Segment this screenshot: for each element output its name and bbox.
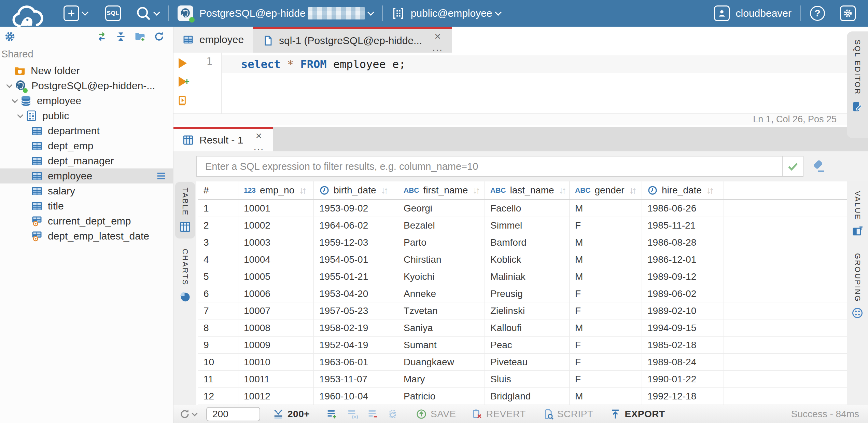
table-cell[interactable]: M bbox=[570, 388, 642, 405]
row-number-cell[interactable]: 5 bbox=[198, 268, 238, 285]
table-cell[interactable]: 1986-08-28 bbox=[642, 234, 724, 251]
table-cell[interactable]: Sumant bbox=[398, 337, 485, 353]
refresh-tree-icon[interactable] bbox=[153, 31, 165, 42]
fetch-size-input[interactable] bbox=[206, 407, 260, 421]
row-menu-icon[interactable] bbox=[155, 170, 167, 182]
table-cell[interactable]: F bbox=[570, 337, 642, 353]
table-cell[interactable]: 1958-02-19 bbox=[314, 319, 398, 336]
filter-input[interactable] bbox=[197, 156, 782, 176]
table-cell[interactable]: F bbox=[570, 354, 642, 370]
table-cell[interactable]: 1989-09-12 bbox=[642, 268, 724, 285]
apply-filter-button[interactable] bbox=[782, 156, 803, 176]
chevron-down-icon[interactable] bbox=[367, 9, 374, 16]
tree-item-public[interactable]: public bbox=[0, 108, 173, 123]
tree-item-employee[interactable]: employee bbox=[0, 168, 173, 183]
fetch-more-button[interactable]: 200+ bbox=[272, 408, 310, 420]
tree-item-dept_manager[interactable]: dept_manager bbox=[0, 153, 173, 168]
table-cell[interactable]: 1989-08-24 bbox=[642, 354, 724, 370]
tree-item-New folder[interactable]: New folder bbox=[0, 63, 173, 78]
table-cell[interactable]: Bamford bbox=[485, 234, 570, 251]
tree-item-department[interactable]: department bbox=[0, 123, 173, 138]
clear-filter-button[interactable] bbox=[811, 159, 826, 174]
tree-item-dept_emp_latest_date[interactable]: dept_emp_latest_date bbox=[0, 229, 173, 244]
table-cell[interactable]: F bbox=[570, 371, 642, 387]
table-cell[interactable]: 1990-01-22 bbox=[642, 371, 724, 387]
connection-selector[interactable]: PostgreSQL@ep-hidde bbox=[178, 5, 373, 21]
chevron-down-icon[interactable] bbox=[82, 9, 88, 16]
row-number-cell[interactable]: 2 bbox=[198, 217, 238, 234]
table-cell[interactable]: 10004 bbox=[238, 251, 314, 268]
column-header-first_name[interactable]: ABCfirst_name↓↑ bbox=[398, 181, 485, 199]
save-button[interactable]: SAVE bbox=[416, 408, 456, 420]
table-cell[interactable]: 1989-02-10 bbox=[642, 302, 724, 319]
sql-editor-button[interactable]: SQL bbox=[105, 5, 121, 21]
table-cell[interactable]: 1986-12-01 bbox=[642, 251, 724, 268]
row-number-cell[interactable]: 7 bbox=[198, 302, 238, 319]
tab-result-1[interactable]: Result - 1 × ... bbox=[173, 127, 273, 151]
table-cell[interactable]: 1989-06-02 bbox=[642, 285, 724, 302]
navigator-settings-gear-icon[interactable] bbox=[4, 31, 16, 42]
chevron-down-icon[interactable] bbox=[153, 9, 160, 16]
add-row-button[interactable] bbox=[326, 408, 338, 420]
table-cell[interactable]: 1963-06-01 bbox=[314, 354, 398, 370]
tree-item-dept_emp[interactable]: dept_emp bbox=[0, 138, 173, 153]
table-cell[interactable]: 1986-06-26 bbox=[642, 200, 724, 217]
table-cell[interactable]: 10012 bbox=[238, 388, 314, 405]
tab-charts-view[interactable]: CHARTS bbox=[175, 243, 195, 308]
tree-item-salary[interactable]: salary bbox=[0, 183, 173, 199]
table-cell[interactable]: 1953-09-02 bbox=[314, 200, 398, 217]
table-cell[interactable]: 10005 bbox=[238, 268, 314, 285]
tab-value-panel[interactable]: VALUE bbox=[848, 186, 867, 243]
table-cell[interactable]: Peac bbox=[485, 337, 570, 353]
sort-icon[interactable]: ↓↑ bbox=[473, 185, 478, 196]
tab-menu-icon[interactable]: ... bbox=[432, 45, 443, 50]
table-cell[interactable]: Georgi bbox=[398, 200, 485, 217]
table-cell[interactable]: 1957-05-23 bbox=[314, 302, 398, 319]
chevron-down-icon[interactable] bbox=[4, 84, 14, 87]
table-cell[interactable]: 1954-05-01 bbox=[314, 251, 398, 268]
table-cell[interactable]: Maliniak bbox=[485, 268, 570, 285]
row-number-cell[interactable]: 1 bbox=[198, 200, 238, 217]
execute-query-icon[interactable] bbox=[179, 58, 187, 68]
table-cell[interactable]: Bridgland bbox=[485, 388, 570, 405]
script-button[interactable]: SCRIPT bbox=[542, 408, 593, 420]
schema-selector[interactable]: public@employee bbox=[392, 7, 501, 20]
table-cell[interactable]: 10007 bbox=[238, 302, 314, 319]
tab-menu-icon[interactable]: ... bbox=[253, 144, 264, 150]
table-cell[interactable]: Saniya bbox=[398, 319, 485, 336]
table-cell[interactable]: M bbox=[570, 319, 642, 336]
table-cell[interactable]: Facello bbox=[485, 200, 570, 217]
tab-table-view[interactable]: TABLE bbox=[175, 182, 195, 238]
duplicate-row-button[interactable] bbox=[347, 408, 358, 420]
chevron-down-icon[interactable] bbox=[15, 114, 25, 117]
table-cell[interactable]: 10010 bbox=[238, 354, 314, 370]
table-cell[interactable]: Kyoichi bbox=[398, 268, 485, 285]
table-cell[interactable]: M bbox=[570, 234, 642, 251]
new-folder-icon[interactable] bbox=[134, 31, 146, 42]
table-cell[interactable]: Anneke bbox=[398, 285, 485, 302]
column-header-gender[interactable]: ABCgender↓↑ bbox=[570, 181, 642, 199]
table-cell[interactable]: Mary bbox=[398, 371, 485, 387]
revert-button[interactable]: REVERT bbox=[471, 408, 526, 420]
table-cell[interactable]: 10011 bbox=[238, 371, 314, 387]
execute-in-new-tab-icon[interactable]: + bbox=[179, 77, 187, 87]
table-cell[interactable]: 10003 bbox=[238, 234, 314, 251]
table-cell[interactable]: Parto bbox=[398, 234, 485, 251]
table-cell[interactable]: 10006 bbox=[238, 285, 314, 302]
table-cell[interactable]: 1994-09-15 bbox=[642, 319, 724, 336]
delete-row-button[interactable] bbox=[367, 408, 379, 420]
table-cell[interactable]: F bbox=[570, 285, 642, 302]
row-number-cell[interactable]: 8 bbox=[198, 319, 238, 336]
auto-refresh-button[interactable] bbox=[388, 408, 399, 420]
settings-button[interactable] bbox=[840, 5, 856, 21]
chevron-down-icon[interactable] bbox=[495, 9, 502, 16]
row-number-cell[interactable]: 4 bbox=[198, 251, 238, 268]
chevron-down-icon[interactable] bbox=[192, 411, 198, 417]
sort-icon[interactable]: ↓↑ bbox=[629, 185, 635, 196]
table-cell[interactable]: F bbox=[570, 217, 642, 234]
table-cell[interactable]: M bbox=[570, 251, 642, 268]
tab-employee[interactable]: employee bbox=[173, 27, 253, 53]
table-cell[interactable]: 1959-12-03 bbox=[314, 234, 398, 251]
table-cell[interactable]: Sluis bbox=[485, 371, 570, 387]
user-avatar[interactable] bbox=[714, 5, 730, 21]
